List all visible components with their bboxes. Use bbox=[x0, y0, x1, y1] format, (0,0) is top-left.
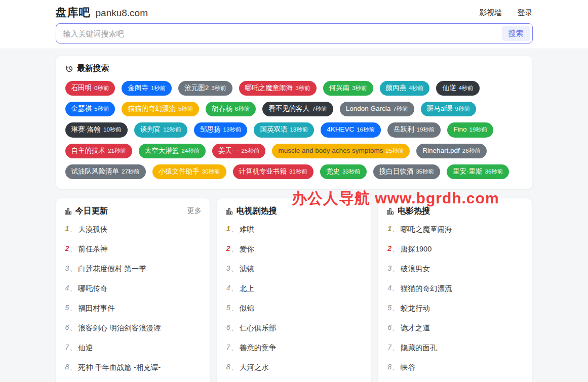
tag-time: 7秒前 bbox=[312, 106, 327, 113]
item-title: 仁心俱乐部 bbox=[240, 323, 277, 333]
movie-hot-title: 电影热搜 bbox=[398, 206, 430, 217]
search-tag[interactable]: 何兴南 3秒前 bbox=[323, 81, 373, 96]
item-title: 唐探1900 bbox=[401, 244, 432, 254]
tag-time: 16秒前 bbox=[357, 126, 375, 134]
search-tag[interactable]: 国英双语 13秒前 bbox=[254, 122, 314, 137]
search-tag[interactable]: muscle and body aches symptoms 25秒前 bbox=[272, 144, 410, 158]
nav-movie-wall-link[interactable]: 影视墙 bbox=[480, 8, 502, 18]
search-tag[interactable]: 岳跃利 19秒前 bbox=[387, 122, 441, 137]
tag-time: 19秒前 bbox=[469, 126, 488, 134]
list-item[interactable]: 8 大河之水 bbox=[225, 358, 363, 377]
search-tag[interactable]: 计算机专业书籍 31秒前 bbox=[233, 164, 313, 179]
list-item[interactable]: 4 北上 bbox=[225, 279, 363, 299]
list-item[interactable]: 2 爱你 bbox=[225, 239, 363, 259]
tag-label: 国英双语 bbox=[260, 125, 287, 134]
search-tag[interactable]: Rinehart.pdf 26秒前 bbox=[416, 144, 486, 158]
search-tag[interactable]: 里安·里斯 36秒前 bbox=[447, 164, 509, 179]
list-item[interactable]: 9 六姊妹 bbox=[225, 377, 363, 382]
tag-label: 小猿文件助手 bbox=[159, 167, 200, 176]
search-tag[interactable]: 颜丙燕 4秒前 bbox=[380, 81, 430, 96]
more-link[interactable]: 更多 bbox=[187, 206, 202, 216]
list-item[interactable]: 1 哪吒之魔童闹海 bbox=[386, 220, 524, 239]
list-item[interactable]: 7 隐藏的面孔 bbox=[386, 338, 524, 358]
list-item[interactable]: 5 蛟龙行动 bbox=[386, 299, 524, 318]
rank-number: 6 bbox=[65, 323, 79, 332]
search-tag[interactable]: 石田明 0秒前 bbox=[65, 81, 115, 96]
tag-label: 姜天一 bbox=[218, 147, 239, 155]
list-item[interactable]: 5 福田村事件 bbox=[64, 299, 202, 318]
list-item[interactable]: 5 似锦 bbox=[225, 299, 363, 318]
tv-hot-card: 电视剧热搜 1 难哄 2 爱你 bbox=[217, 198, 371, 382]
search-tag[interactable]: 谈判官 12秒前 bbox=[134, 122, 187, 137]
item-title: 破浪男女 bbox=[401, 264, 430, 274]
list-item[interactable]: 9 完美世界剧场版 bbox=[386, 377, 524, 382]
site-domain: panku8.com bbox=[96, 8, 148, 19]
rank-number: 5 bbox=[226, 304, 240, 313]
tag-label: Fino bbox=[453, 125, 466, 134]
search-tag[interactable]: 邹思扬 13秒前 bbox=[194, 122, 247, 137]
list-item[interactable]: 8 死神 千年血战篇 -相克谭- bbox=[64, 358, 202, 377]
list-item[interactable]: 4 猫猫的奇幻漂流 bbox=[386, 279, 524, 299]
list-item[interactable]: 3 破浪男女 bbox=[386, 259, 524, 279]
rank-number: 3 bbox=[226, 264, 240, 273]
tag-label: 里安·里斯 bbox=[453, 167, 483, 176]
search-tag[interactable]: 党史 33秒前 bbox=[320, 164, 367, 179]
list-item[interactable]: 3 滤镜 bbox=[225, 259, 363, 279]
list-item[interactable]: 9 红色一号：冬日行动 bbox=[64, 377, 202, 382]
nav-login-link[interactable]: 登录 bbox=[518, 8, 533, 18]
list-item[interactable]: 1 大漠孤侠 bbox=[64, 220, 202, 239]
tag-label: 自主的技术 bbox=[71, 147, 106, 155]
rank-number: 7 bbox=[387, 343, 401, 352]
list-item[interactable]: 1 难哄 bbox=[225, 220, 363, 239]
search-tag[interactable]: 猫猫的奇幻漂流 5秒前 bbox=[122, 102, 199, 116]
search-tag[interactable]: 试油队风险清单 27秒前 bbox=[65, 164, 146, 179]
rank-number: 2 bbox=[226, 244, 240, 253]
search-tag[interactable]: Fino 19秒前 bbox=[447, 122, 493, 137]
search-tag[interactable]: 自主的技术 21秒前 bbox=[65, 144, 132, 158]
search-tag[interactable]: 小猿文件助手 30秒前 bbox=[152, 164, 226, 179]
list-item[interactable]: 6 诡才之道 bbox=[386, 318, 524, 338]
tv-hot-header: 电视剧热搜 bbox=[225, 206, 277, 217]
item-title: 死神 千年血战篇 -相克谭- bbox=[78, 363, 161, 372]
list-item[interactable]: 6 浪客剑心 明治剑客浪漫谭 bbox=[64, 318, 202, 338]
list-item[interactable]: 2 前任杀神 bbox=[64, 239, 202, 259]
rank-number: 4 bbox=[226, 284, 240, 293]
tv-hot-list: 1 难哄 2 爱你 3 滤镜 bbox=[225, 220, 363, 382]
list-item[interactable]: 7 善意的竞争 bbox=[225, 338, 363, 358]
search-button[interactable]: 搜索 bbox=[502, 26, 530, 41]
search-tag[interactable]: 姜天一 25秒前 bbox=[212, 144, 265, 158]
search-tag[interactable]: 仙逆 4秒前 bbox=[436, 81, 479, 96]
tag-time: 25秒前 bbox=[242, 148, 260, 155]
search-tag[interactable]: 金阁寺 1秒前 bbox=[122, 81, 172, 96]
search-tag[interactable]: 斑马ai课 9秒前 bbox=[421, 102, 476, 116]
tag-label: 邹思扬 bbox=[200, 125, 221, 134]
tag-time: 24秒前 bbox=[181, 148, 200, 155]
item-title: 猫猫的奇幻漂流 bbox=[401, 284, 452, 293]
search-tag[interactable]: 太空大灌篮 24秒前 bbox=[139, 144, 206, 158]
search-tag[interactable]: 金瑟祺 5秒前 bbox=[65, 102, 115, 116]
list-item[interactable]: 6 仁心俱乐部 bbox=[225, 318, 363, 338]
tag-label: Rinehart.pdf bbox=[422, 147, 460, 155]
tag-label: 4KHEVC bbox=[327, 125, 354, 134]
list-item[interactable]: 7 仙逆 bbox=[64, 338, 202, 358]
search-tag[interactable]: 哪吒之魔童闹海 3秒前 bbox=[239, 81, 317, 96]
tag-label: 猫猫的奇幻漂流 bbox=[128, 105, 176, 113]
site-logo[interactable]: 盘库吧 panku8.com bbox=[56, 5, 148, 20]
list-item[interactable]: 2 唐探1900 bbox=[386, 239, 524, 259]
search-tag[interactable]: 4KHEVC 16秒前 bbox=[321, 122, 381, 137]
list-item[interactable]: 8 峡谷 bbox=[386, 358, 524, 377]
search-tag[interactable]: London Garcia 7秒前 bbox=[340, 102, 414, 116]
search-tag[interactable]: 胡春杨 6秒前 bbox=[206, 102, 256, 116]
item-title: 哪吒之魔童闹海 bbox=[401, 225, 452, 234]
list-item[interactable]: 4 哪吒传奇 bbox=[64, 279, 202, 299]
search-tag[interactable]: 搜白日饮酒 35秒前 bbox=[373, 164, 440, 179]
search-tag[interactable]: 看不见的客人 7秒前 bbox=[262, 102, 333, 116]
search-input[interactable] bbox=[56, 23, 533, 44]
item-title: 爱你 bbox=[240, 244, 254, 254]
search-tag[interactable]: 琳赛·洛翰 10秒前 bbox=[65, 122, 128, 137]
latest-search-tags: 石田明 0秒前 金阁寺 1秒前 沧元图2 3秒前 哪吒之魔童闹海 bbox=[65, 81, 523, 179]
tag-time: 27秒前 bbox=[122, 168, 140, 176]
list-item[interactable]: 3 白莲花度假村 第一季 bbox=[64, 259, 202, 279]
search-tag[interactable]: 沧元图2 3秒前 bbox=[178, 81, 232, 96]
rank-number: 6 bbox=[387, 323, 401, 332]
